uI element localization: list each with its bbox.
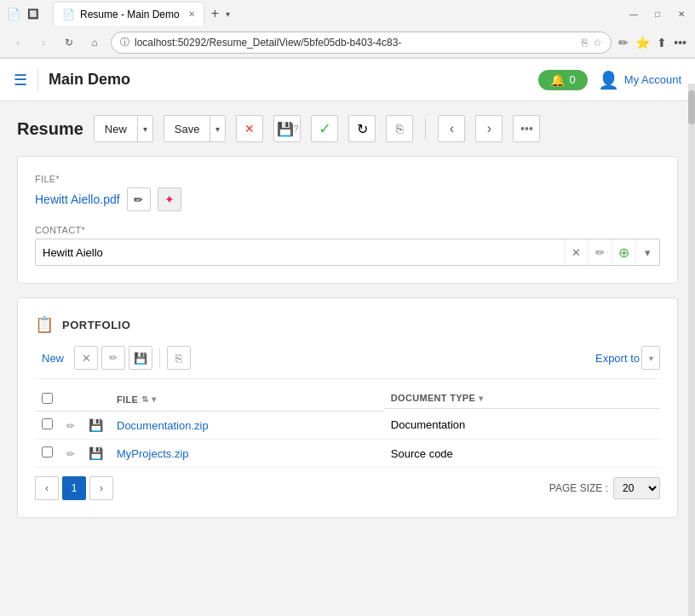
row1-checkbox[interactable] — [42, 418, 53, 429]
refresh-button[interactable]: ↻ — [348, 115, 376, 142]
portfolio-copy-button[interactable]: ⎘ — [167, 346, 191, 370]
tab-dropdown-icon[interactable]: ▾ — [226, 9, 230, 19]
row2-edit-button[interactable]: ✏ — [66, 448, 75, 460]
save-button-dropdown[interactable]: ▾ — [210, 116, 225, 141]
file-link[interactable]: Hewitt Aiello.pdf — [35, 193, 120, 206]
browser-chrome: 📄 🔲 📄 Resume - Main Demo ✕ + ▾ — □ ✕ ‹ ›… — [0, 0, 695, 59]
page-1-button[interactable]: 1 — [62, 476, 86, 500]
discard-button[interactable]: ✕ — [236, 115, 263, 142]
row2-file-link[interactable]: MyProjects.zip — [117, 447, 189, 460]
row2-checkbox-cell — [35, 440, 60, 468]
my-account-link[interactable]: My Account — [624, 73, 681, 86]
cast-icon[interactable]: ⎘ — [582, 37, 588, 49]
row1-doc-type-cell: Documentation — [384, 412, 660, 440]
row2-checkbox[interactable] — [42, 446, 53, 458]
contact-dropdown-button[interactable]: ▾ — [635, 239, 659, 265]
notification-button[interactable]: 🔔 0 — [538, 70, 588, 90]
address-bar-icons: ⎘ ☆ — [582, 37, 602, 49]
edit-icon: ✏ — [134, 193, 143, 206]
edit-file-button[interactable]: ✏ — [127, 187, 151, 211]
page-size-area: PAGE SIZE : 20 50 100 — [549, 477, 660, 499]
row1-checkbox-cell — [35, 412, 60, 440]
new-button[interactable]: New — [95, 116, 137, 141]
new-button-dropdown[interactable]: ▾ — [137, 116, 152, 141]
scrollbar-thumb[interactable] — [688, 90, 695, 124]
portfolio-save-button[interactable]: 💾 — [129, 346, 152, 370]
doc-type-filter-icon[interactable]: ▾ — [479, 394, 483, 403]
file-filter-icon[interactable]: ▾ — [152, 394, 156, 404]
new-tab-button[interactable]: + — [206, 6, 224, 21]
next-record-button[interactable]: › — [475, 115, 503, 142]
save-button[interactable]: Save — [164, 116, 210, 141]
export-to-button[interactable]: Export to — [595, 352, 640, 365]
contact-field: CONTACT* ✕ ✏ ⊕ ▾ — [35, 225, 660, 266]
validate-indicator: ? — [294, 124, 299, 134]
favorites-icon[interactable]: ⭐ — [635, 36, 650, 49]
extensions-icon[interactable]: ✏ — [618, 36, 629, 49]
portfolio-icon: 📋 — [35, 315, 54, 334]
row2-file-cell: MyProjects.zip — [110, 440, 384, 468]
bookmark-icon[interactable]: ☆ — [593, 37, 602, 49]
prev-page-button[interactable]: ‹ — [35, 476, 59, 500]
back-button[interactable]: ‹ — [9, 33, 27, 52]
maximize-button[interactable]: □ — [651, 7, 664, 20]
address-bar[interactable]: ⓘ localhost:50292/Resume_DetailView/5bfe… — [111, 32, 612, 54]
copy-button[interactable]: ⎘ — [386, 115, 413, 142]
scrollbar[interactable] — [688, 83, 695, 616]
clear-contact-button[interactable]: ✕ — [564, 239, 588, 265]
next-page-button[interactable]: › — [89, 476, 113, 500]
minimize-button[interactable]: — — [627, 7, 640, 20]
home-button[interactable]: ⌂ — [85, 33, 104, 52]
col-document-type: DOCUMENT TYPE ▾ — [384, 388, 660, 409]
browser-toolbar: ‹ › ↻ ⌂ ⓘ localhost:50292/Resume_DetailV… — [0, 27, 695, 58]
portfolio-card: 📋 PORTFOLIO New ✕ ✏ 💾 ⎘ Export to ▾ — [17, 297, 678, 518]
refresh-button[interactable]: ↻ — [60, 33, 78, 52]
close-button[interactable]: ✕ — [675, 7, 688, 20]
portfolio-table-head: FILE ⇅ ▾ DOCUMENT TYPE ▾ — [35, 388, 660, 412]
edit-contact-button[interactable]: ✏ — [588, 239, 612, 265]
row1-file-link[interactable]: Documentation.zip — [117, 419, 209, 432]
file-sort-icon[interactable]: ⇅ — [141, 394, 148, 404]
forward-button[interactable]: › — [34, 33, 53, 52]
more-icon[interactable]: ••• — [674, 36, 686, 49]
table-row: ✏ 💾 MyProjects.zip Source code — [35, 440, 660, 468]
row1-edit-cell: ✏ — [60, 412, 82, 440]
add-contact-button[interactable]: ⊕ — [612, 239, 635, 265]
file-field: FILE* Hewitt Aiello.pdf ✏ ✦ — [35, 174, 660, 211]
account-area[interactable]: 👤 My Account — [598, 70, 681, 90]
select-all-checkbox[interactable] — [42, 393, 53, 404]
prev-record-button[interactable]: ‹ — [438, 115, 465, 142]
portfolio-edit-button[interactable]: ✏ — [101, 346, 125, 370]
more-options-button[interactable]: ••• — [513, 115, 540, 142]
save-validate-button[interactable]: 💾 ? — [273, 115, 301, 142]
contact-input[interactable] — [36, 246, 564, 259]
row2-save-button[interactable]: 💾 — [89, 446, 103, 460]
portfolio-new-button[interactable]: New — [35, 348, 71, 368]
share-icon[interactable]: ⬆ — [657, 36, 667, 49]
notification-count: 0 — [570, 73, 576, 86]
row2-save-cell: 💾 — [82, 440, 110, 468]
file-col-label: FILE — [117, 394, 138, 405]
portfolio-table-body: ✏ 💾 Documentation.zip Documentation — [35, 412, 660, 468]
portfolio-discard-button[interactable]: ✕ — [74, 346, 98, 370]
save-button-split[interactable]: Save ▾ — [164, 115, 227, 142]
row1-save-button[interactable]: 💾 — [89, 418, 103, 432]
col-file: FILE ⇅ ▾ — [110, 388, 384, 412]
row1-edit-button[interactable]: ✏ — [66, 420, 75, 432]
eraser-icon: ✦ — [164, 193, 175, 206]
eraser-button[interactable]: ✦ — [158, 187, 181, 211]
portfolio-toolbar: New ✕ ✏ 💾 ⎘ Export to ▾ — [35, 346, 660, 379]
file-contact-card: FILE* Hewitt Aiello.pdf ✏ ✦ CONTACT* ✕ ✏… — [17, 156, 678, 284]
confirm-button[interactable]: ✓ — [311, 115, 338, 142]
portfolio-table: FILE ⇅ ▾ DOCUMENT TYPE ▾ — [35, 388, 660, 468]
tab-page-icon: 📄 — [62, 9, 75, 20]
row1-file-cell: Documentation.zip — [110, 412, 384, 440]
hamburger-menu-button[interactable]: ☰ — [14, 71, 27, 89]
tab-close-icon[interactable]: ✕ — [188, 9, 195, 19]
new-button-split[interactable]: New ▾ — [94, 115, 153, 142]
browser-page-icon: 📄 — [7, 8, 20, 20]
page-size-select[interactable]: 20 50 100 — [613, 477, 660, 499]
active-tab[interactable]: 📄 Resume - Main Demo ✕ — [53, 2, 204, 26]
export-dropdown-button[interactable]: ▾ — [641, 346, 660, 370]
app-title: Main Demo — [49, 71, 538, 89]
